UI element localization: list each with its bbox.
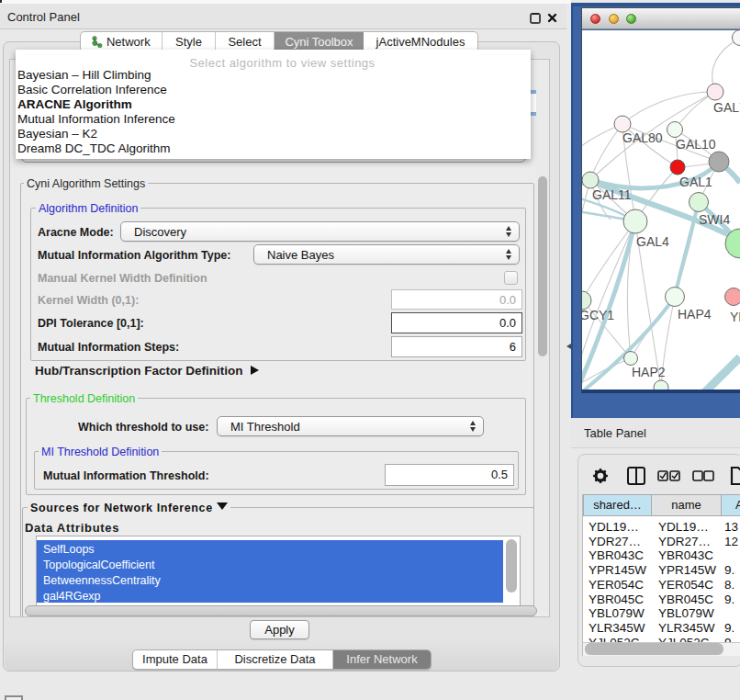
svg-text:GAL7: GAL7 [713,100,740,115]
svg-text:HAP4: HAP4 [678,307,712,322]
svg-text:GAL11: GAL11 [592,187,632,202]
svg-text:SWI4: SWI4 [699,212,730,227]
svg-text:GAL80: GAL80 [622,130,663,145]
svg-text:GAL4: GAL4 [636,234,669,249]
svg-text:GAL1: GAL1 [679,175,712,189]
svg-text:HAP2: HAP2 [632,365,666,379]
svg-text:GAL10: GAL10 [676,137,716,152]
svg-text:YM: YM [730,310,740,324]
svg-text:GCY1: GCY1 [582,308,614,322]
